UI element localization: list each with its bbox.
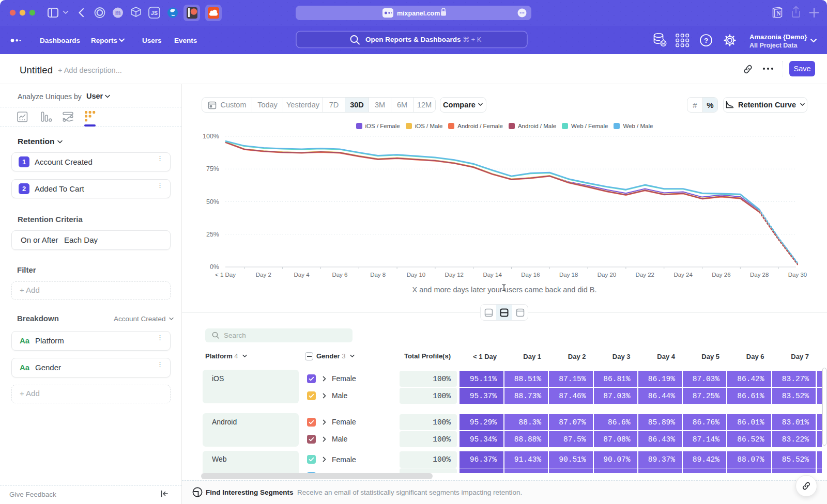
svg-text:50%: 50% [206, 198, 219, 206]
svg-text:Day 14: Day 14 [483, 272, 502, 278]
svg-text:?: ? [704, 37, 708, 44]
svg-text:Day 20: Day 20 [598, 272, 616, 278]
svg-text:25%: 25% [206, 231, 219, 238]
svg-text:Day 2: Day 2 [256, 272, 271, 278]
svg-text:JS: JS [151, 10, 158, 16]
svg-text:Day 26: Day 26 [712, 272, 730, 278]
svg-text:0%: 0% [210, 263, 219, 271]
svg-text:N: N [776, 10, 781, 17]
svg-text:Day 24: Day 24 [673, 272, 693, 278]
svg-text:Day 8: Day 8 [370, 272, 386, 278]
svg-text:Day 22: Day 22 [636, 272, 654, 278]
svg-text:Day 6: Day 6 [332, 272, 347, 278]
svg-text:Day 16: Day 16 [521, 272, 540, 278]
svg-text:< 1 Day: < 1 Day [215, 272, 236, 278]
svg-text:100%: 100% [203, 133, 219, 140]
svg-text:Day 10: Day 10 [407, 272, 425, 278]
svg-text:Day 30: Day 30 [788, 272, 807, 278]
svg-text:75%: 75% [206, 165, 219, 172]
svg-text:Day 4: Day 4 [294, 272, 310, 278]
svg-text:Day 12: Day 12 [445, 272, 464, 278]
svg-text:mixpanel.com: mixpanel.com [397, 10, 440, 17]
svg-text:Day 18: Day 18 [559, 272, 578, 278]
svg-text:Day 28: Day 28 [750, 272, 769, 278]
svg-text:m: m [115, 9, 121, 17]
